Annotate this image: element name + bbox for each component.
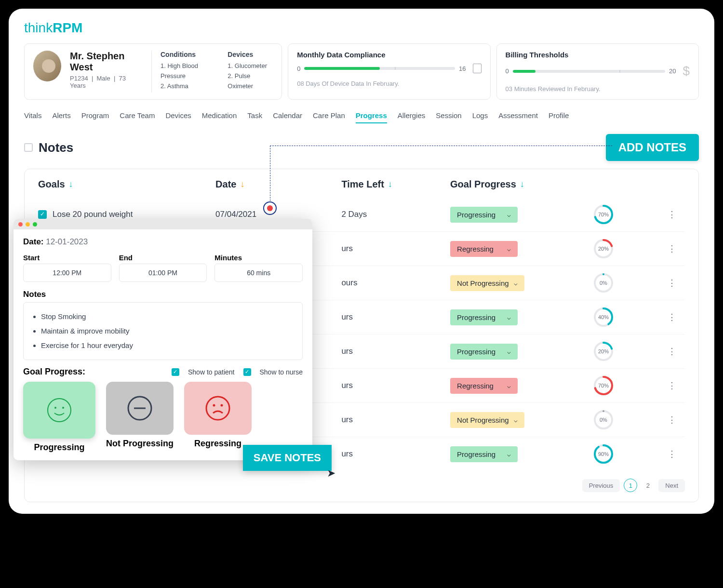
- tab-allergies[interactable]: Allergies: [398, 108, 426, 123]
- tab-alerts[interactable]: Alerts: [52, 108, 70, 123]
- status-chip[interactable]: Not Progressing ⌵: [450, 412, 524, 428]
- status-chip[interactable]: Not Progressing ⌵: [450, 275, 524, 291]
- modal-date: Date: 12-01-2023: [23, 237, 303, 247]
- tab-task[interactable]: Task: [247, 108, 262, 123]
- progress-ring: 20%: [593, 239, 614, 259]
- close-icon[interactable]: [18, 222, 23, 227]
- kebab-icon[interactable]: ⋮: [668, 209, 685, 220]
- save-notes-button[interactable]: SAVE NOTES: [243, 445, 332, 471]
- avatar: [33, 51, 61, 81]
- chevron-down-icon: ⌵: [507, 348, 511, 355]
- maximize-icon[interactable]: [33, 222, 37, 227]
- billing-card: Billing Thresholds 0 20 $ 03 Minutes Rev…: [496, 43, 699, 100]
- chevron-down-icon: ⌵: [507, 451, 511, 458]
- notes-title: Notes: [39, 140, 73, 155]
- notes-modal: Date: 12-01-2023 Start 12:00 PM End 01:0…: [13, 219, 312, 460]
- kebab-icon[interactable]: ⋮: [668, 449, 685, 459]
- kebab-icon[interactable]: ⋮: [668, 346, 685, 357]
- kebab-icon[interactable]: ⋮: [668, 243, 685, 254]
- progress-ring: 40%: [593, 307, 614, 327]
- page-1[interactable]: 1: [624, 479, 637, 492]
- face-not-progressing[interactable]: Not Progressing: [106, 382, 174, 453]
- logo-bold: RPM: [53, 20, 82, 35]
- dollar-icon: $: [683, 64, 690, 79]
- app-root: thinkRPM Mr. Stephen West P1234 | Male |…: [9, 9, 714, 514]
- status-chip[interactable]: Progressing ⌵: [450, 207, 518, 223]
- minimize-icon[interactable]: [26, 222, 30, 227]
- tab-program[interactable]: Program: [81, 108, 109, 123]
- face-progressing[interactable]: Progressing: [23, 382, 95, 453]
- conditions-col: Conditions 1. High Blood Pressure 2. Ast…: [161, 51, 219, 91]
- chevron-down-icon: ⌵: [507, 245, 511, 253]
- status-chip[interactable]: Regressing ⌵: [450, 241, 518, 257]
- cursor-icon: ➤: [327, 467, 335, 480]
- show-nurse-checkbox[interactable]: ✓: [243, 368, 251, 376]
- sort-icon: ↓: [69, 179, 73, 189]
- tab-medication[interactable]: Medication: [202, 108, 237, 123]
- tab-vitals[interactable]: Vitals: [24, 108, 41, 123]
- col-progress[interactable]: Goal Progress ↓: [450, 179, 588, 190]
- smile-icon: [46, 397, 73, 424]
- tab-session[interactable]: Session: [436, 108, 461, 123]
- face-regressing[interactable]: Regressing: [184, 382, 252, 453]
- tab-assessment[interactable]: Assessment: [498, 108, 538, 123]
- row-checkbox[interactable]: [38, 210, 47, 219]
- top-cards: Mr. Stephen West P1234 | Male | 73 Years…: [24, 43, 699, 100]
- minutes-input[interactable]: 60 mins: [214, 264, 303, 282]
- page-2[interactable]: 2: [641, 479, 655, 492]
- patient-name: Mr. Stephen West: [70, 51, 143, 73]
- kebab-icon[interactable]: ⋮: [668, 312, 685, 322]
- show-patient-checkbox[interactable]: ✓: [172, 368, 179, 376]
- chevron-down-icon: ⌵: [507, 211, 511, 218]
- status-chip[interactable]: Progressing ⌵: [450, 309, 518, 325]
- add-notes-button[interactable]: ADD NOTES: [606, 134, 699, 161]
- modal-titlebar: [13, 219, 312, 229]
- kebab-icon[interactable]: ⋮: [668, 414, 685, 425]
- col-goals[interactable]: Goals ↓: [38, 179, 210, 190]
- prev-button[interactable]: Previous: [582, 479, 620, 492]
- end-input[interactable]: 01:00 PM: [119, 264, 207, 282]
- svg-point-22: [213, 404, 215, 407]
- tab-care-plan[interactable]: Care Plan: [313, 108, 345, 123]
- svg-point-21: [206, 397, 229, 420]
- svg-point-17: [54, 407, 56, 409]
- billing-bar: [513, 70, 665, 73]
- tab-calendar[interactable]: Calendar: [273, 108, 302, 123]
- status-chip[interactable]: Progressing ⌵: [450, 344, 518, 360]
- notes-textarea[interactable]: Stop Smoking Maintain & improve mobility…: [23, 302, 303, 360]
- sort-icon: ↓: [388, 179, 392, 189]
- col-time[interactable]: Time Left ↓: [341, 179, 444, 190]
- status-chip[interactable]: Progressing ⌵: [450, 446, 518, 462]
- logo-thin: think: [24, 20, 53, 35]
- tab-profile[interactable]: Profile: [549, 108, 569, 123]
- patient-info: Mr. Stephen West P1234 | Male | 73 Years: [70, 51, 143, 89]
- devices-col: Devices 1. Glucometer 2. Pulse Oximeter: [228, 51, 273, 91]
- notes-header: Notes ADD NOTES: [24, 134, 699, 161]
- notes-checkbox[interactable]: [24, 143, 33, 152]
- sort-icon: ↓: [240, 179, 244, 189]
- start-field: Start 12:00 PM: [23, 254, 111, 282]
- next-button[interactable]: Next: [658, 479, 685, 492]
- kebab-icon[interactable]: ⋮: [668, 380, 685, 391]
- logo: thinkRPM: [24, 20, 699, 36]
- progress-ring: 0%: [593, 273, 614, 293]
- tab-care-team[interactable]: Care Team: [120, 108, 155, 123]
- status-chip[interactable]: Regressing ⌵: [450, 378, 518, 394]
- compliance-card: Monthly Data Compliance 0 16 08 Days Of …: [288, 43, 490, 100]
- progress-ring: 20%: [593, 341, 614, 361]
- tab-logs[interactable]: Logs: [472, 108, 488, 123]
- svg-point-18: [62, 407, 64, 409]
- tab-progress[interactable]: Progress: [356, 108, 387, 123]
- compliance-bar: [304, 67, 455, 70]
- pager: Previous 1 2 Next: [38, 479, 685, 492]
- chevron-down-icon: ⌵: [514, 280, 518, 287]
- patient-meta: P1234 | Male | 73 Years: [70, 75, 143, 89]
- progress-ring: 90%: [593, 444, 614, 464]
- neutral-icon: [126, 395, 153, 422]
- start-input[interactable]: 12:00 PM: [23, 264, 111, 282]
- col-date[interactable]: Date ↓: [215, 179, 335, 190]
- kebab-icon[interactable]: ⋮: [668, 278, 685, 288]
- target-icon: [263, 201, 277, 215]
- tab-devices[interactable]: Devices: [165, 108, 191, 123]
- chevron-down-icon: ⌵: [514, 416, 518, 424]
